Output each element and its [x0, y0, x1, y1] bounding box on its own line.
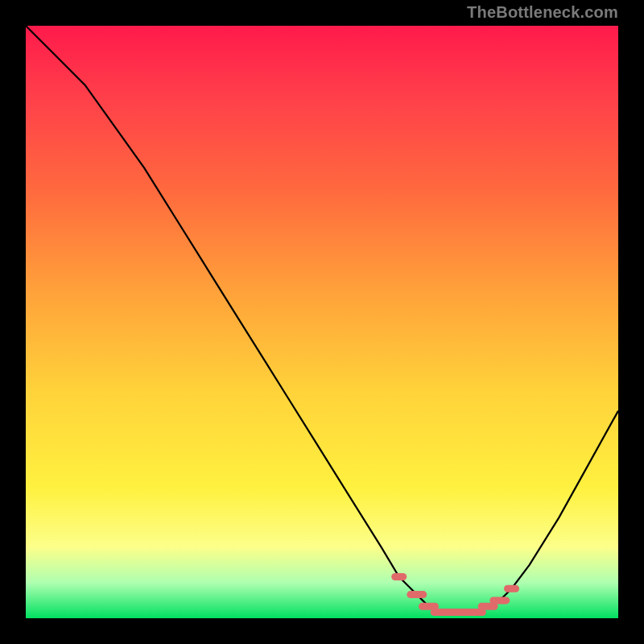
bottleneck-curve [26, 26, 618, 613]
chart-frame: TheBottleneck.com [0, 0, 644, 644]
optimal-zone-markers [395, 577, 516, 613]
plot-area [26, 26, 618, 618]
chart-svg [26, 26, 618, 618]
watermark-text: TheBottleneck.com [467, 3, 618, 22]
